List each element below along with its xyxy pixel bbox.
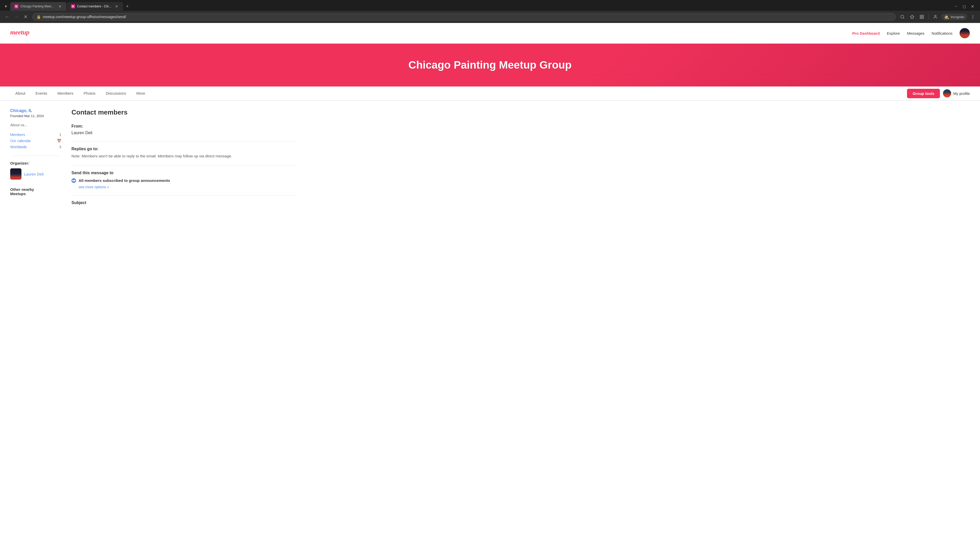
calendar-link[interactable]: Our calendar — [10, 139, 31, 143]
send-to-section: Send this message to All members subscri… — [72, 171, 296, 189]
more-options-btn[interactable] — [969, 13, 977, 21]
svg-point-9 — [973, 17, 973, 17]
group-banner: Chicago Painting Meetup Group — [0, 44, 980, 86]
nav-more[interactable]: More — [131, 86, 150, 101]
nearby-section: Other nearby Meetups — [10, 187, 61, 196]
stat-worldwide: Worldwide 3 — [10, 144, 61, 149]
founded-date: Mar 11, 2024 — [24, 114, 44, 118]
sidebar-founded: Founded Mar 11, 2024 — [10, 114, 61, 118]
group-nav-right: Group tools My profile — [907, 89, 970, 98]
back-button[interactable]: ← — [3, 13, 11, 21]
search-icon-btn[interactable] — [898, 13, 907, 21]
worldwide-link[interactable]: Worldwide — [10, 145, 27, 149]
extensions-icon-btn[interactable] — [918, 13, 926, 21]
group-nav: About Events Members Photos Discussions … — [0, 86, 980, 101]
from-value: Lauren Deli — [72, 130, 296, 135]
main-content: Contact members From: Lauren Deli Replie… — [72, 108, 296, 207]
organizer-name[interactable]: Lauren Deli — [24, 172, 44, 176]
tab-1-close[interactable]: ✕ — [58, 4, 62, 9]
bookmark-icon-btn[interactable] — [908, 13, 916, 21]
worldwide-count: 3 — [59, 145, 61, 149]
nearby-other: Other nearby — [10, 187, 34, 192]
nav-buttons: ← → ✕ — [3, 13, 30, 21]
site-header: meetup Pro Dashboard Explore Messages No… — [0, 23, 980, 44]
notifications-link[interactable]: Notifications — [932, 31, 953, 35]
messages-link[interactable]: Messages — [907, 31, 924, 35]
from-section: From: Lauren Deli — [72, 124, 296, 135]
contact-title: Contact members — [72, 108, 296, 116]
lock-icon: 🔒 — [37, 15, 41, 19]
minimize-button[interactable]: − — [953, 3, 959, 10]
group-nav-links: About Events Members Photos Discussions … — [10, 86, 907, 100]
nav-discussions[interactable]: Discussions — [100, 86, 131, 101]
nav-events[interactable]: Events — [30, 86, 52, 101]
subject-section: Subject — [72, 200, 296, 205]
tab-nav-dropdown[interactable]: ▼ — [2, 3, 10, 10]
user-avatar[interactable] — [959, 28, 970, 38]
from-label: From: — [72, 124, 296, 129]
svg-line-1 — [904, 17, 904, 18]
tab-1[interactable]: M Chicago Painting Meetup Grou... ✕ — [10, 2, 66, 11]
reload-button[interactable]: ✕ — [21, 13, 30, 21]
incognito-label: Incognito — [951, 15, 964, 19]
toolbar-divider — [928, 14, 929, 20]
incognito-icon: 🕵️ — [944, 14, 949, 19]
nav-photos[interactable]: Photos — [79, 86, 101, 101]
main-layout: Chicago, IL Founded Mar 11, 2024 About u… — [0, 101, 306, 215]
my-profile-label: My profile — [953, 91, 970, 96]
url-text: meetup.com/meetup-group-ulfhsivo/message… — [43, 15, 891, 19]
address-bar: ← → ✕ 🔒 meetup.com/meetup-group-ulfhsivo… — [0, 11, 980, 23]
meetup-logo[interactable]: meetup — [10, 27, 38, 39]
browser-chrome: ▼ M Chicago Painting Meetup Grou... ✕ M … — [0, 0, 980, 23]
my-profile-avatar-inner — [943, 89, 951, 97]
founded-label: Founded — [10, 114, 23, 118]
sidebar: Chicago, IL Founded Mar 11, 2024 About u… — [10, 108, 61, 207]
site-nav: Pro Dashboard Explore Messages Notificat… — [853, 28, 970, 38]
svg-point-0 — [900, 15, 904, 18]
url-bar[interactable]: 🔒 meetup.com/meetup-group-ulfhsivo/messa… — [32, 13, 896, 21]
replies-section: Replies go to: Note: Members won't be ab… — [72, 147, 296, 159]
sidebar-about: About us... — [10, 123, 61, 127]
members-count: 1 — [59, 133, 61, 137]
sidebar-divider — [10, 156, 61, 156]
tab-2-title: Contact members - Chicago Pa... — [77, 5, 112, 8]
svg-rect-4 — [922, 15, 924, 16]
replies-label: Replies go to: — [72, 147, 296, 151]
form-divider-3 — [72, 195, 296, 195]
sidebar-stats: Members 1 Our calendar 📅 Worldwide 3 — [10, 132, 61, 149]
svg-point-10 — [973, 18, 973, 19]
nav-about[interactable]: About — [10, 86, 30, 101]
organizer-section: Organizer: Lauren Deli — [10, 161, 61, 179]
toolbar-icons: 🕵️ Incognito — [898, 13, 977, 21]
organizer-avatar — [10, 168, 21, 179]
tab-1-title: Chicago Painting Meetup Grou... — [21, 5, 56, 8]
subject-label: Subject — [72, 200, 296, 205]
explore-link[interactable]: Explore — [887, 31, 900, 35]
new-tab-button[interactable]: + — [124, 3, 131, 10]
svg-rect-6 — [922, 17, 924, 19]
see-more-options-link[interactable]: see more options » — [79, 185, 296, 189]
close-button[interactable]: ✕ — [969, 3, 976, 10]
nav-members[interactable]: Members — [52, 86, 79, 101]
tab-2[interactable]: M Contact members - Chicago Pa... ✕ — [67, 2, 123, 11]
stat-members: Members 1 — [10, 132, 61, 137]
svg-point-8 — [973, 15, 973, 16]
radio-option-all-members[interactable]: All members subscribed to group announce… — [72, 178, 296, 183]
forward-button[interactable]: → — [12, 13, 21, 21]
radio-all-members-label: All members subscribed to group announce… — [79, 178, 170, 183]
page-content: meetup Pro Dashboard Explore Messages No… — [0, 23, 980, 548]
profile-icon-btn[interactable] — [931, 13, 939, 21]
pro-dashboard-link[interactable]: Pro Dashboard — [853, 31, 880, 35]
svg-text:meetup: meetup — [10, 29, 29, 36]
group-tools-button[interactable]: Group tools — [907, 89, 940, 98]
my-profile-button[interactable]: My profile — [943, 89, 970, 97]
radio-all-members[interactable] — [72, 178, 76, 183]
svg-point-7 — [935, 15, 936, 17]
tab-2-close[interactable]: ✕ — [115, 4, 119, 9]
window-controls: − ◻ ✕ — [953, 3, 978, 10]
members-link[interactable]: Members — [10, 133, 25, 137]
restore-button[interactable]: ◻ — [961, 3, 968, 10]
sidebar-location[interactable]: Chicago, IL — [10, 108, 61, 113]
nearby-meetups: Meetups — [10, 192, 26, 196]
svg-rect-5 — [920, 17, 921, 19]
